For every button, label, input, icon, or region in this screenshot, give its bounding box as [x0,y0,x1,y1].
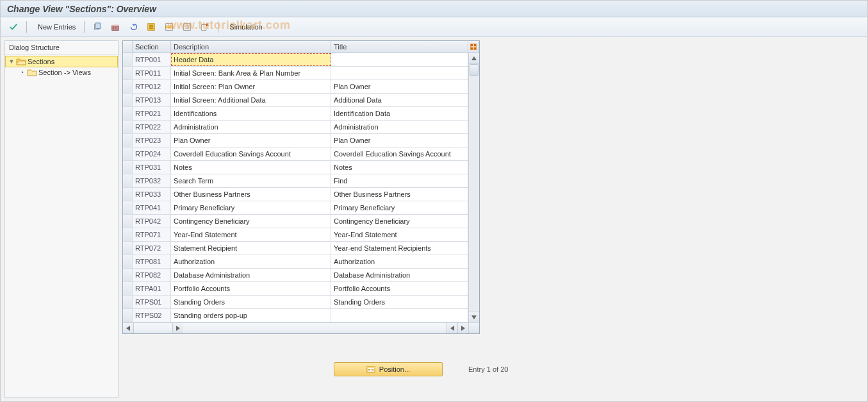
cell-description[interactable]: Initial Screen: Bank Area & Plan Number [171,67,331,80]
cell-title[interactable]: Administration [331,121,468,133]
table-row[interactable]: RTP033Other Business PartnersOther Busin… [123,188,468,201]
table-row[interactable]: RTP023Plan OwnerPlan Owner [123,134,468,147]
tree-item-section-views[interactable]: • Section -> Views [5,67,118,78]
cell-title[interactable]: Additional Data [331,94,468,106]
cell-description[interactable]: Year-End Statement [171,228,331,241]
scroll-left-button-2[interactable] [446,323,457,333]
cell-section[interactable]: RTP022 [133,121,171,133]
cell-title[interactable]: Year-End Statement [331,228,468,241]
row-selector[interactable] [123,53,133,66]
select-all-button[interactable] [143,21,159,33]
cell-title[interactable]: Other Business Partners [331,188,468,201]
copy-as-button[interactable] [90,21,105,33]
cell-section[interactable]: RTP082 [133,269,171,281]
row-selector[interactable] [123,107,133,120]
cell-title[interactable]: Identification Data [331,107,468,120]
cell-description[interactable]: Other Business Partners [171,188,331,201]
scroll-down-button[interactable] [469,312,479,322]
cell-title[interactable]: Year-end Statement Recipients [331,242,468,255]
cell-description[interactable]: Portfolio Accounts [171,282,331,295]
cell-title[interactable]: Plan Owner [331,134,468,147]
table-row[interactable]: RTP082Database AdministrationDatabase Ad… [123,269,468,282]
cell-section[interactable]: RTP001 [133,53,171,66]
cell-description[interactable]: Plan Owner [171,134,331,147]
cell-section[interactable]: RTP031 [133,161,171,174]
delete-button[interactable] [108,21,123,33]
table-row[interactable]: RTP013Initial Screen: Additional DataAdd… [123,94,468,107]
scroll-track-left[interactable] [134,323,172,333]
row-selector[interactable] [123,309,133,322]
table-row[interactable]: RTP032Search TermFind [123,174,468,188]
cell-description[interactable]: Statement Recipient [171,242,331,255]
cell-title[interactable]: Contingency Beneficiary [331,215,468,228]
column-header-section[interactable]: Section [133,41,171,53]
cell-description[interactable]: Standing orders pop-up [171,309,331,322]
scroll-track-right[interactable] [183,323,446,333]
cell-title[interactable]: Database Administration [331,269,468,281]
select-block-button[interactable] [161,21,177,33]
cell-title[interactable]: Standing Orders [331,296,468,308]
table-row[interactable]: RTPS02Standing orders pop-up [123,309,468,322]
table-row[interactable]: RTP042Contingency BeneficiaryContingency… [123,215,468,228]
table-row[interactable]: RTP024Coverdell Education Savings Accoun… [123,147,468,161]
cell-section[interactable]: RTP081 [133,255,171,268]
table-row[interactable]: RTP081AuthorizationAuthorization [123,255,468,269]
row-selector[interactable] [123,201,133,214]
tree-toggle-icon[interactable]: ▼ [8,58,15,65]
deselect-all-button[interactable] [179,21,195,33]
table-row[interactable]: RTP012Initial Screen: Plan OwnerPlan Own… [123,80,468,94]
cell-description[interactable]: Search Term [171,174,331,187]
scroll-up-button[interactable] [469,53,479,64]
table-row[interactable]: RTP001Header Data [123,53,468,67]
cell-title[interactable]: Primary Beneficiary [331,201,468,214]
row-selector[interactable] [123,242,133,255]
scroll-track[interactable] [469,64,479,312]
row-selector[interactable] [123,188,133,201]
row-selector[interactable] [123,147,133,160]
cell-section[interactable]: RTP012 [133,80,171,93]
table-row[interactable]: RTP071Year-End StatementYear-End Stateme… [123,228,468,242]
cell-description[interactable]: Contingency Beneficiary [171,215,331,228]
row-selector[interactable] [123,255,133,268]
cell-title[interactable]: Authorization [331,255,468,268]
configuration-button[interactable] [197,21,213,33]
cell-description[interactable]: Initial Screen: Plan Owner [171,80,331,93]
row-selector[interactable] [123,296,133,308]
cell-description[interactable]: Notes [171,161,331,174]
row-selector[interactable] [123,215,133,228]
undo-button[interactable] [126,21,141,33]
table-settings-button[interactable] [468,41,479,53]
cell-section[interactable]: RTPS02 [133,309,171,322]
cell-description[interactable]: Database Administration [171,269,331,281]
column-header-title[interactable]: Title [331,41,468,53]
row-selector[interactable] [123,228,133,241]
cell-section[interactable]: RTPA01 [133,282,171,295]
row-selector[interactable] [123,161,133,174]
vertical-scrollbar[interactable] [468,53,479,322]
table-row[interactable]: RTP041Primary BeneficiaryPrimary Benefic… [123,201,468,215]
cell-title[interactable]: Portfolio Accounts [331,282,468,295]
cell-description[interactable]: Identifications [171,107,331,120]
cell-section[interactable]: RTP013 [133,94,171,106]
scroll-left-button[interactable] [123,323,134,333]
cell-section[interactable]: RTP072 [133,242,171,255]
table-row[interactable]: RTP011Initial Screen: Bank Area & Plan N… [123,67,468,80]
check-button[interactable] [6,21,21,33]
scroll-right-button-2[interactable] [457,323,468,333]
row-selector[interactable] [123,94,133,106]
row-selector[interactable] [123,269,133,281]
cell-section[interactable]: RTP011 [133,67,171,80]
cell-description[interactable]: Header Data [171,53,331,66]
cell-description[interactable]: Administration [171,121,331,133]
column-header-selector[interactable] [123,41,133,53]
horizontal-scrollbar[interactable] [123,322,479,333]
cell-title[interactable] [331,67,468,80]
row-selector[interactable] [123,80,133,93]
cell-description[interactable]: Initial Screen: Additional Data [171,94,331,106]
table-row[interactable]: RTPA01Portfolio AccountsPortfolio Accoun… [123,282,468,296]
cell-section[interactable]: RTP023 [133,134,171,147]
cell-section[interactable]: RTP041 [133,201,171,214]
cell-title[interactable]: Coverdell Education Savings Account [331,147,468,160]
row-selector[interactable] [123,282,133,295]
scroll-right-button-1[interactable] [172,323,183,333]
